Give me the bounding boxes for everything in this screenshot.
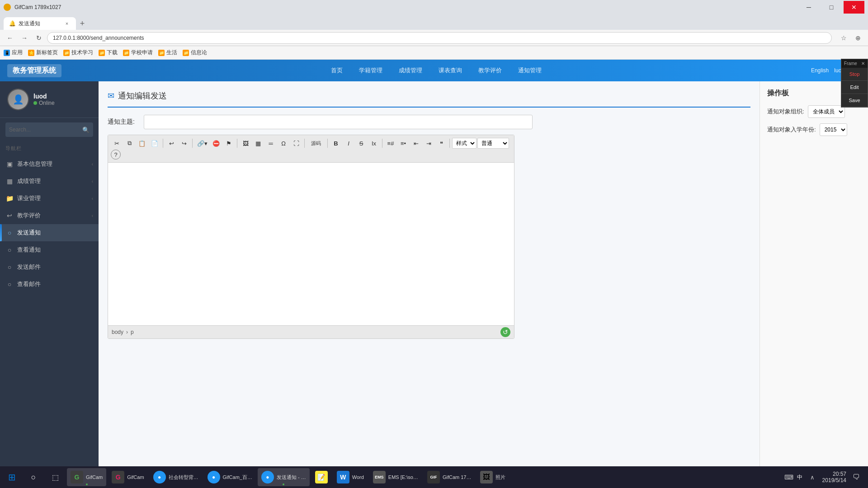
paste-button[interactable]: 📋 [136, 138, 148, 149]
taskbar-app-ems[interactable]: EMS EMS [E:\so… [369, 468, 422, 486]
editor-refresh-button[interactable]: ↺ [500, 327, 510, 337]
send-email-icon: ○ [5, 263, 14, 271]
table-button[interactable]: ▦ [252, 138, 264, 149]
arrow-icon-2: ‹ [92, 179, 93, 184]
bookmark-download[interactable]: 📁 下载 [99, 49, 118, 56]
help-button[interactable]: ? [111, 150, 121, 160]
maximize-button[interactable]: □ [821, 1, 842, 14]
tab-close-button[interactable]: × [63, 20, 71, 27]
taskbar-app-gifcam1[interactable]: G GifCam [67, 468, 106, 486]
minimize-button[interactable]: ─ [798, 1, 819, 14]
link-button[interactable]: 🔗▾ [195, 138, 209, 149]
notification-icon[interactable]: ∧ [806, 471, 819, 483]
gifcam-edit-button[interactable]: Edit [841, 81, 868, 94]
status-indicator [33, 101, 37, 105]
ems-label: EMS [E:\so… [388, 474, 418, 480]
gifcam-stop-button[interactable]: Stop [841, 68, 868, 81]
nav-notice[interactable]: 通知管理 [514, 65, 545, 76]
taskbar-app-chrome2[interactable]: ● GifCam_百… [204, 468, 256, 486]
sidebar-item-eval[interactable]: ↩ 教学评价 ‹ [0, 207, 99, 224]
bookmark-apps[interactable]: 📱 应用 [4, 49, 23, 56]
nav-student[interactable]: 学籍管理 [355, 65, 386, 76]
view-email-icon: ○ [5, 280, 14, 288]
image-button[interactable]: 🖼 [240, 138, 251, 149]
refresh-button[interactable]: ↻ [33, 32, 45, 44]
ems-icon: EMS [373, 471, 386, 483]
taskbar-app-gifcam3[interactable]: GIF GifCam 17… [424, 468, 475, 486]
taskbar-app-word[interactable]: W Word [333, 468, 368, 486]
strikethrough-button[interactable]: S [355, 138, 367, 149]
nav-schedule[interactable]: 课表查询 [435, 65, 466, 76]
task-view-button[interactable]: ⬚ [45, 467, 65, 487]
nav-grades[interactable]: 成绩管理 [395, 65, 426, 76]
sidebar-item-courses[interactable]: 📁 课业管理 ‹ [0, 190, 99, 207]
italic-button[interactable]: I [343, 138, 354, 149]
action-center-button[interactable]: 🗨 [850, 471, 863, 483]
subject-input[interactable] [144, 115, 533, 129]
bookmark-life[interactable]: 📁 生活 [158, 49, 177, 56]
start-button[interactable]: ⊞ [2, 467, 22, 487]
forward-button[interactable]: → [18, 32, 31, 44]
unlink-button[interactable]: ⛔ [210, 138, 222, 149]
language-switcher[interactable]: English [811, 67, 829, 74]
bold-button[interactable]: B [330, 138, 342, 149]
taskbar-app-chrome3[interactable]: ● 发送通知 - … [258, 468, 310, 486]
source-button[interactable]: 源码 [307, 138, 325, 149]
sidebar-item-send-email[interactable]: ○ 发送邮件 [0, 258, 99, 276]
bookmark-newtab[interactable]: ⭐ 新标签页 [28, 49, 58, 56]
taskbar-app-photos[interactable]: 🖼 照片 [476, 468, 509, 486]
target-group-select[interactable]: 全体成员 学生 教师 [808, 105, 845, 118]
gifcam-save-button[interactable]: Save [841, 94, 868, 107]
ordered-list-button[interactable]: ≡# [385, 138, 396, 149]
nav-section-label: 导航栏 [0, 141, 99, 155]
cortana-button[interactable]: ○ [24, 467, 43, 487]
copy-button[interactable]: ⧉ [123, 138, 135, 149]
blockquote-button[interactable]: ❝ [435, 138, 447, 149]
gifcam-close[interactable]: ✕ [861, 61, 865, 66]
sidebar-item-send-notice[interactable]: ○ 发送通知 [0, 224, 99, 241]
close-button[interactable]: ✕ [844, 1, 864, 14]
paste-plain-button[interactable]: 📄 [149, 138, 160, 149]
special-char-button[interactable]: Ω [278, 138, 289, 149]
sep-5 [327, 139, 328, 148]
style-dropdown[interactable]: 样式 [452, 138, 476, 149]
outdent-button[interactable]: ⇤ [410, 138, 422, 149]
undo-button[interactable]: ↩ [165, 138, 177, 149]
gifcam3-label: GifCam 17… [443, 474, 472, 480]
new-tab-button[interactable]: + [76, 17, 89, 30]
address-bar[interactable]: 127.0.0.1:8000/send_announcements [47, 32, 832, 44]
horizontal-rule-button[interactable]: ═ [265, 138, 277, 149]
search-input[interactable] [9, 127, 82, 133]
taskbar-app-gifcam2[interactable]: G GifCam [108, 468, 147, 486]
system-clock[interactable]: 20:57 2019/5/14 [822, 471, 846, 483]
taskbar-app-stickynotes[interactable]: 📝 [311, 468, 331, 486]
anchor-button[interactable]: ⚑ [223, 138, 235, 149]
unordered-list-button[interactable]: ≡• [397, 138, 409, 149]
font-dropdown[interactable]: 普通 [477, 138, 509, 149]
nav-eval[interactable]: 教学评价 [475, 65, 505, 76]
sidebar-item-view-notice[interactable]: ○ 查看通知 [0, 241, 99, 258]
cut-button[interactable]: ✂ [111, 138, 123, 149]
sidebar-item-view-email[interactable]: ○ 查看邮件 [0, 276, 99, 293]
search-wrap[interactable]: 🔍 [5, 122, 93, 137]
editor-body[interactable] [108, 163, 514, 325]
bookmark-info[interactable]: 📁 信息论 [183, 49, 207, 56]
bookmark-school[interactable]: 📁 学校申请 [123, 49, 153, 56]
nav-home[interactable]: 首页 [327, 65, 346, 76]
subject-label: 通知主题: [108, 118, 144, 126]
extension-button[interactable]: ⊕ [852, 32, 864, 44]
clear-format-button[interactable]: Ix [368, 138, 380, 149]
fullscreen-button[interactable]: ⛶ [290, 138, 302, 149]
stickynotes-icon: 📝 [315, 471, 328, 483]
star-button[interactable]: ☆ [837, 32, 850, 44]
indent-button[interactable]: ⇥ [423, 138, 434, 149]
back-button[interactable]: ← [4, 32, 16, 44]
ime-icon[interactable]: 中 [795, 473, 804, 482]
sidebar-item-grades[interactable]: ▦ 成绩管理 ‹ [0, 173, 99, 190]
sidebar-item-basic-info[interactable]: ▣ 基本信息管理 ‹ [0, 155, 99, 173]
redo-button[interactable]: ↪ [178, 138, 190, 149]
taskbar-app-chrome1[interactable]: ● 社会转型背… [150, 468, 202, 486]
target-year-select[interactable]: 2015 2016 2017 2018 [820, 123, 847, 136]
browser-tab[interactable]: 🔔 发送通知 × [4, 17, 76, 30]
bookmark-tech[interactable]: 📁 技术学习 [63, 49, 93, 56]
